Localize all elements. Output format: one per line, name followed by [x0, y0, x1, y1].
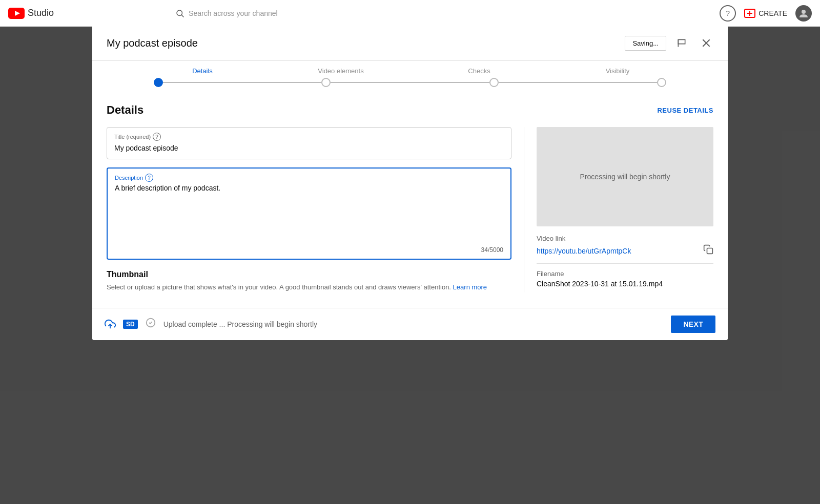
flag-button[interactable]	[672, 34, 691, 52]
modal-footer: SD Upload complete ... Processing will b…	[92, 308, 728, 340]
topbar-right: ? CREATE	[720, 5, 812, 22]
search-placeholder: Search across your channel	[189, 9, 278, 17]
title-help-icon[interactable]: ?	[153, 133, 161, 141]
help-button[interactable]: ?	[720, 5, 736, 22]
svg-rect-10	[707, 248, 713, 254]
step-line-2	[331, 82, 489, 83]
filename-section: Filename CleanShot 2023-10-31 at 15.01.1…	[537, 270, 713, 288]
reuse-details-button[interactable]: REUSE DETAILS	[657, 107, 713, 114]
bottom-spacer	[107, 292, 713, 308]
check-icon	[145, 317, 156, 331]
svg-line-3	[181, 15, 183, 17]
search-bar: Search across your channel	[175, 9, 483, 18]
content-columns: Title (required) ? My podcast episode De…	[107, 127, 713, 292]
search-icon	[175, 9, 184, 18]
copy-link-icon[interactable]	[703, 244, 713, 257]
avatar[interactable]	[795, 5, 812, 22]
right-column: Processing will begin shortly Video link…	[524, 127, 713, 292]
filename-value: CleanShot 2023-10-31 at 15.01.19.mp4	[537, 280, 713, 288]
upload-status: Upload complete ... Processing will begi…	[163, 320, 664, 328]
header-actions: Saving...	[625, 34, 715, 52]
thumbnail-title: Thumbnail	[107, 270, 511, 279]
step-line-1	[163, 82, 321, 83]
left-column: Title (required) ? My podcast episode De…	[107, 127, 511, 292]
video-link[interactable]: https://youtu.be/utGrApmtpCk	[537, 247, 631, 255]
description-help-icon[interactable]: ?	[145, 174, 153, 182]
details-header: Details REUSE DETAILS	[107, 103, 713, 117]
svg-point-6	[802, 10, 806, 14]
video-link-section: Video link https://youtu.be/utGrApmtpCk	[537, 235, 713, 257]
preview-text: Processing will begin shortly	[580, 173, 670, 181]
saving-button[interactable]: Saving...	[625, 36, 666, 51]
step-label-checks[interactable]: Checks	[410, 67, 548, 75]
step-label-video-elements[interactable]: Video elements	[272, 67, 410, 75]
create-label: CREATE	[758, 9, 787, 17]
step-dot-video-elements	[321, 78, 331, 87]
next-button[interactable]: NEXT	[671, 316, 715, 333]
modal-content: Details REUSE DETAILS Title (required) ?…	[92, 91, 728, 308]
modal-header: My podcast episode Saving...	[92, 25, 728, 61]
sd-badge: SD	[123, 320, 138, 329]
steps-track	[133, 78, 687, 87]
step-dot-visibility	[657, 78, 666, 87]
step-dot-checks	[489, 78, 499, 87]
filename-label: Filename	[537, 270, 713, 278]
thumbnail-section: Thumbnail Select or upload a picture tha…	[107, 270, 511, 292]
description-label: Description ?	[115, 174, 503, 182]
steps-labels: Details Video elements Checks Visibility	[133, 67, 687, 75]
learn-more-link[interactable]: Learn more	[453, 283, 487, 291]
link-row: https://youtu.be/utGrApmtpCk	[537, 244, 713, 257]
step-dot-details	[154, 78, 163, 87]
description-field[interactable]: Description ? A brief description of my …	[107, 167, 511, 260]
step-line-3	[499, 82, 657, 83]
divider	[537, 263, 713, 264]
step-label-details[interactable]: Details	[133, 67, 272, 75]
title-label: Title (required) ?	[114, 133, 504, 141]
progress-steps: Details Video elements Checks Visibility	[92, 61, 728, 91]
video-preview: Processing will begin shortly	[537, 127, 713, 226]
modal-title: My podcast episode	[107, 37, 198, 49]
details-section-title: Details	[107, 103, 144, 117]
upload-modal: My podcast episode Saving... Details Vid…	[92, 25, 728, 340]
title-value: My podcast episode	[114, 143, 504, 154]
studio-text: Studio	[28, 8, 54, 18]
description-value: A brief description of my podcast.	[115, 184, 503, 242]
title-field[interactable]: Title (required) ? My podcast episode	[107, 127, 511, 159]
modal-body: Details REUSE DETAILS Title (required) ?…	[92, 91, 728, 308]
upload-icon[interactable]	[105, 319, 116, 330]
close-button[interactable]	[697, 34, 715, 52]
svg-point-2	[177, 10, 182, 16]
create-button[interactable]: CREATE	[744, 9, 787, 18]
youtube-studio-logo[interactable]: Studio	[8, 8, 54, 19]
video-link-label: Video link	[537, 235, 713, 242]
topbar: Studio Search across your channel ? CREA…	[0, 0, 820, 27]
create-icon	[744, 9, 755, 18]
step-label-visibility[interactable]: Visibility	[548, 67, 687, 75]
thumbnail-desc: Select or upload a picture that shows wh…	[107, 282, 511, 292]
char-count: 34/5000	[115, 246, 503, 254]
